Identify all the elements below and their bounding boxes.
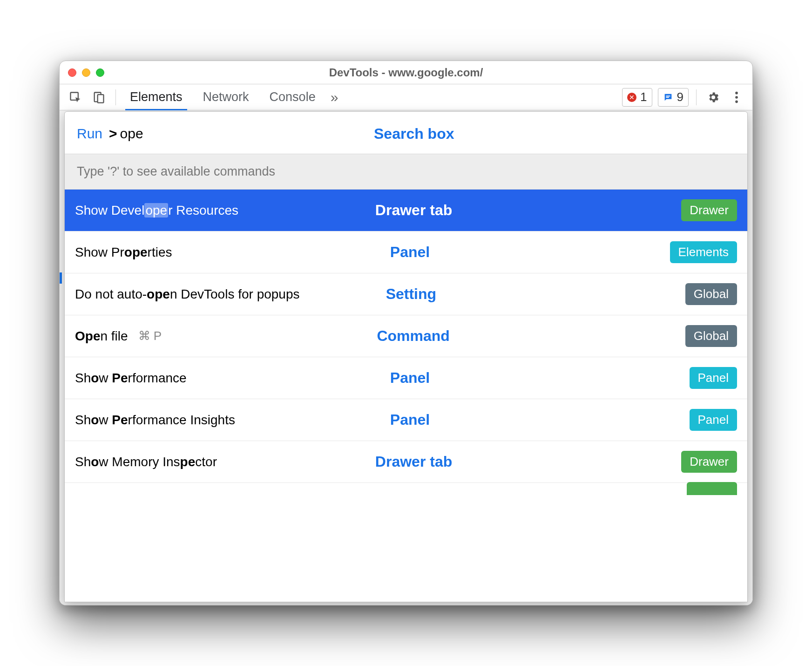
device-toggle-icon[interactable] xyxy=(89,88,108,107)
toolbar-separator xyxy=(696,89,697,105)
command-tag: Panel xyxy=(690,409,738,431)
error-icon: ✕ xyxy=(627,93,636,102)
command-annotation: Command xyxy=(377,327,449,345)
command-text: Show Memory Inspector xyxy=(75,455,217,469)
svg-rect-2 xyxy=(98,95,104,103)
error-badge[interactable]: ✕ 1 xyxy=(622,88,652,107)
inspect-element-icon[interactable] xyxy=(66,88,85,107)
svg-rect-3 xyxy=(666,95,670,96)
svg-rect-4 xyxy=(666,97,669,98)
devtools-window: DevTools - www.google.com/ Elements Netw… xyxy=(59,61,753,605)
svg-point-6 xyxy=(735,96,738,99)
titlebar: DevTools - www.google.com/ xyxy=(60,61,752,84)
command-annotation: Panel xyxy=(390,369,430,387)
run-label: Run xyxy=(77,126,102,142)
settings-icon[interactable] xyxy=(704,88,723,107)
command-tag: Panel xyxy=(690,367,738,389)
tab-elements[interactable]: Elements xyxy=(128,84,184,110)
command-annotation: Drawer tab xyxy=(375,202,452,219)
svg-point-7 xyxy=(735,100,738,103)
panel-tabs: Elements Network Console xyxy=(128,84,318,110)
command-text: Do not auto-open DevTools for popups xyxy=(75,287,300,302)
error-count: 1 xyxy=(640,90,647,104)
command-row[interactable]: Show Memory InspectorDrawer tabDrawer xyxy=(65,441,747,483)
command-row[interactable]: Show Developer ResourcesDrawer tabDrawer xyxy=(65,190,747,231)
more-options-icon[interactable] xyxy=(727,88,746,107)
command-tag: Drawer xyxy=(681,199,737,221)
command-annotation: Drawer tab xyxy=(375,453,452,470)
tab-network[interactable]: Network xyxy=(201,84,251,110)
command-tag: Global xyxy=(685,283,737,305)
command-row[interactable]: Open file⌘ PCommandGlobal xyxy=(65,315,747,357)
panel-indicator xyxy=(60,272,62,284)
command-shortcut: ⌘ P xyxy=(138,329,162,343)
command-annotation: Panel xyxy=(390,244,430,261)
command-tag: Drawer xyxy=(681,451,737,473)
command-row[interactable]: Show PerformancePanelPanel xyxy=(65,357,747,399)
annotation-searchbox: Search box xyxy=(374,125,454,143)
content-area: Run >ope Search box Type '?' to see avai… xyxy=(60,110,752,605)
messages-badge[interactable]: 9 xyxy=(658,88,689,107)
message-count: 9 xyxy=(677,90,683,104)
command-text: Show Performance xyxy=(75,371,187,386)
close-window-button[interactable] xyxy=(68,68,76,77)
tab-console[interactable]: Console xyxy=(268,84,318,110)
toolbar-separator xyxy=(115,89,116,105)
command-annotation: Panel xyxy=(390,411,430,428)
command-tag: Elements xyxy=(670,241,737,263)
command-list: Show Developer ResourcesDrawer tabDrawer… xyxy=(65,190,747,495)
command-tag: Global xyxy=(685,325,737,347)
command-text: Show Performance Insights xyxy=(75,413,235,428)
command-row[interactable]: Show PropertiesPanelElements xyxy=(65,231,747,273)
run-prompt-angle: > xyxy=(109,126,117,142)
minimize-window-button[interactable] xyxy=(82,68,90,77)
window-title: DevTools - www.google.com/ xyxy=(60,66,752,79)
message-icon xyxy=(663,92,673,102)
svg-point-5 xyxy=(735,91,738,94)
status-badges: ✕ 1 9 xyxy=(622,88,689,107)
zoom-window-button[interactable] xyxy=(96,68,104,77)
command-menu: Run >ope Search box Type '?' to see avai… xyxy=(64,111,748,602)
command-row[interactable]: Do not auto-open DevTools for popupsSett… xyxy=(65,273,747,315)
command-text: Show Developer Resources xyxy=(75,203,238,218)
command-tag xyxy=(687,482,737,495)
command-row-peek[interactable] xyxy=(65,483,747,495)
more-tabs-icon[interactable]: » xyxy=(331,89,338,105)
devtools-toolbar: Elements Network Console » ✕ 1 9 xyxy=(60,84,752,110)
command-row[interactable]: Show Performance InsightsPanelPanel xyxy=(65,399,747,441)
command-search-row[interactable]: Run >ope Search box xyxy=(65,112,747,154)
command-hint: Type '?' to see available commands xyxy=(65,154,747,190)
command-annotation: Setting xyxy=(386,285,436,303)
command-text: Open file⌘ P xyxy=(75,329,162,344)
window-controls xyxy=(68,68,104,77)
command-text: Show Properties xyxy=(75,245,172,260)
command-query: ope xyxy=(120,126,143,142)
